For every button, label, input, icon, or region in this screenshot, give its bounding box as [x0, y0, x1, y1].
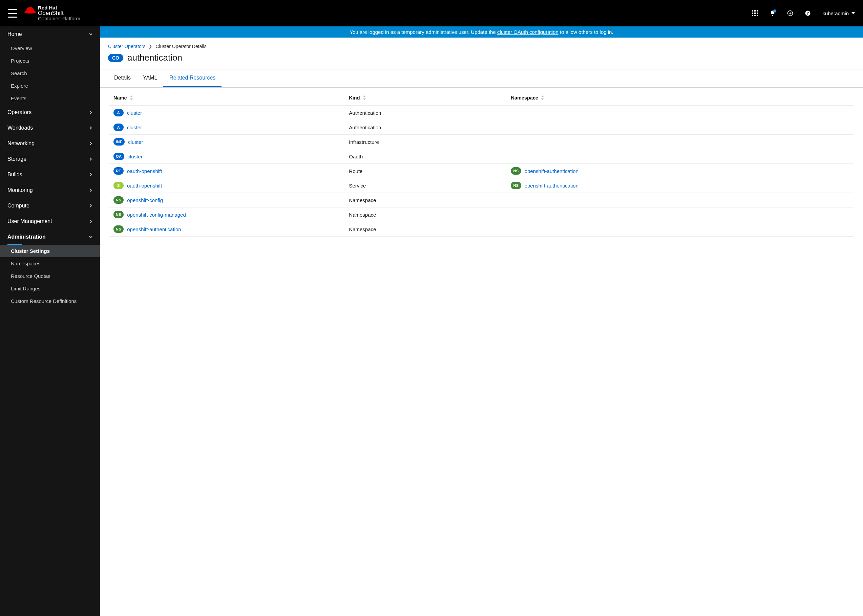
resource-name-link[interactable]: cluster [128, 139, 143, 145]
masthead: Red Hat OpenShift Container Platform ? k… [0, 0, 863, 27]
hamburger-button[interactable] [8, 9, 17, 17]
nav-home-explore[interactable]: Explore [0, 80, 100, 92]
column-kind[interactable]: Kind [349, 95, 511, 101]
namespace-link[interactable]: openshift-authentication [524, 168, 578, 174]
resource-type-pill: NS [113, 211, 124, 218]
resource-kind: Infrastructure [349, 139, 511, 145]
resource-name-link[interactable]: oauth-openshift [127, 183, 162, 189]
svg-rect-4 [754, 13, 756, 14]
svg-rect-6 [752, 15, 753, 16]
tab-details[interactable]: Details [108, 69, 137, 87]
svg-rect-8 [757, 15, 758, 16]
table-row: RToauth-openshiftRouteNSopenshift-authen… [109, 163, 854, 178]
nav-home-search[interactable]: Search [0, 67, 100, 80]
resource-name-link[interactable]: openshift-config [127, 197, 163, 203]
resource-name-link[interactable]: openshift-config-managed [127, 212, 186, 218]
nav-builds[interactable]: Builds [0, 167, 100, 182]
resource-name-link[interactable]: oauth-openshift [127, 168, 162, 174]
tabs: Details YAML Related Resources [100, 69, 863, 88]
help-question-icon[interactable]: ? [805, 10, 811, 16]
resource-name-link[interactable]: openshift-authentication [127, 226, 181, 232]
table-header-row: Name Kind Namespace [109, 88, 854, 105]
nav-networking[interactable]: Networking [0, 136, 100, 151]
resource-type-pill: INF [113, 138, 124, 146]
nav-monitoring[interactable]: Monitoring [0, 182, 100, 198]
svg-rect-5 [757, 13, 758, 14]
table-row: INFclusterInfrastructure [109, 134, 854, 149]
table-row: Soauth-openshiftServiceNSopenshift-authe… [109, 178, 854, 193]
resource-type-pill: OA [113, 152, 124, 160]
table-row: NSopenshift-configNamespace [109, 193, 854, 207]
column-namespace[interactable]: Namespace [511, 95, 849, 101]
nav-home-overview[interactable]: Overview [0, 42, 100, 55]
chevron-right-icon [89, 111, 93, 114]
resource-type-pill: RT [113, 167, 124, 174]
apps-grid-icon[interactable] [752, 10, 758, 16]
sidebar-nav: Home Overview Projects Search Explore Ev… [0, 27, 100, 616]
redhat-fedora-icon [25, 6, 35, 14]
co-badge: CO [108, 54, 123, 62]
chevron-right-icon: ❯ [149, 44, 152, 49]
username-label: kube:admin [822, 11, 849, 16]
nav-home-events[interactable]: Events [0, 92, 100, 105]
banner-oauth-link[interactable]: cluster OAuth configuration [497, 29, 559, 35]
breadcrumb-root[interactable]: Cluster Operators [108, 44, 145, 49]
chevron-right-icon [89, 142, 93, 145]
tab-related-resources[interactable]: Related Resources [163, 69, 222, 87]
nav-compute[interactable]: Compute [0, 198, 100, 214]
svg-rect-1 [754, 10, 756, 11]
column-name[interactable]: Name [113, 95, 349, 101]
sort-icon [130, 96, 133, 100]
breadcrumb-current: Cluster Operator Details [156, 44, 206, 49]
product-name: OpenShift [38, 10, 80, 16]
page-title: authentication [128, 52, 182, 63]
resource-kind: Oauth [349, 154, 511, 159]
namespace-pill: NS [511, 182, 521, 189]
nav-home[interactable]: Home [0, 27, 100, 42]
nav-admin-resource-quotas[interactable]: Resource Quotas [0, 270, 100, 282]
main-content: You are logged in as a temporary adminis… [100, 27, 863, 616]
breadcrumbs: Cluster Operators ❯ Cluster Operator Det… [108, 44, 855, 49]
chevron-right-icon [89, 189, 93, 192]
admin-warning-banner: You are logged in as a temporary adminis… [100, 27, 863, 38]
add-plus-circle-icon[interactable] [787, 10, 793, 16]
nav-admin-namespaces[interactable]: Namespaces [0, 257, 100, 270]
resource-type-pill: A [113, 124, 124, 131]
table-row: NSopenshift-authenticationNamespace [109, 222, 854, 237]
resource-name-link[interactable]: cluster [128, 154, 143, 159]
nav-home-projects[interactable]: Projects [0, 55, 100, 67]
caret-down-icon [852, 12, 855, 14]
nav-admin-cluster-settings[interactable]: Cluster Settings [0, 245, 100, 257]
user-menu[interactable]: kube:admin [822, 11, 855, 16]
resource-type-pill: A [113, 109, 124, 116]
nav-operators[interactable]: Operators [0, 105, 100, 120]
subproduct-name: Container Platform [38, 16, 80, 21]
svg-text:?: ? [807, 11, 809, 15]
resource-kind: Authentication [349, 124, 511, 130]
chevron-down-icon [89, 235, 93, 239]
resource-kind: Namespace [349, 197, 511, 203]
svg-rect-2 [757, 10, 758, 11]
namespace-pill: NS [511, 167, 521, 174]
nav-admin-limit-ranges[interactable]: Limit Ranges [0, 282, 100, 295]
tab-yaml[interactable]: YAML [137, 69, 163, 87]
nav-workloads[interactable]: Workloads [0, 120, 100, 136]
nav-administration[interactable]: Administration [0, 229, 100, 245]
namespace-link[interactable]: openshift-authentication [524, 183, 578, 189]
resource-type-pill: NS [113, 225, 124, 233]
product-logo[interactable]: Red Hat OpenShift Container Platform [25, 5, 80, 21]
resource-namespace: NSopenshift-authentication [511, 167, 849, 174]
notifications-bell-icon[interactable] [770, 10, 776, 16]
table-row: AclusterAuthentication [109, 105, 854, 120]
svg-rect-7 [754, 15, 756, 16]
nav-admin-crds[interactable]: Custom Resource Definitions [0, 295, 100, 307]
nav-storage[interactable]: Storage [0, 151, 100, 167]
nav-user-management[interactable]: User Management [0, 214, 100, 229]
resource-name-link[interactable]: cluster [127, 124, 142, 130]
chevron-right-icon [89, 173, 93, 176]
svg-rect-3 [752, 13, 753, 14]
svg-rect-0 [752, 10, 753, 11]
resource-name-link[interactable]: cluster [127, 110, 142, 116]
notification-dot [773, 9, 776, 13]
chevron-right-icon [89, 220, 93, 223]
